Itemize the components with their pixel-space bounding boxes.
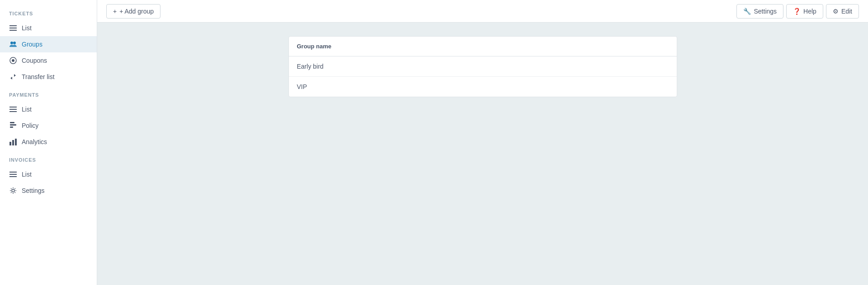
wrench-icon: 🔧 <box>743 8 751 15</box>
svg-rect-13 <box>9 142 11 145</box>
svg-rect-18 <box>9 176 17 177</box>
list-icon <box>9 24 17 32</box>
table-header: Group name <box>289 37 677 56</box>
sidebar-item-invoices-list[interactable]: List <box>0 166 97 182</box>
svg-point-3 <box>10 42 13 44</box>
sidebar-item-label-tickets-transfer-list: Transfer list <box>22 73 55 80</box>
sidebar-item-label-invoices-list: List <box>22 171 32 178</box>
edit-icon: ⚙ <box>833 8 839 15</box>
svg-rect-10 <box>10 122 14 123</box>
sidebar-item-invoices-settings[interactable]: Settings <box>0 182 97 199</box>
table-row[interactable]: Early bird <box>289 56 677 77</box>
transfer-icon <box>9 73 17 81</box>
sidebar-section-label: PAYMENTS <box>0 85 97 101</box>
svg-rect-1 <box>9 28 17 28</box>
sidebar-item-tickets-groups[interactable]: Groups <box>0 36 97 52</box>
edit-button[interactable]: ⚙ Edit <box>826 4 859 19</box>
topbar-right: 🔧 Settings ❓ Help ⚙ Edit <box>736 4 859 19</box>
sidebar-item-tickets-transfer-list[interactable]: Transfer list <box>0 69 97 85</box>
sidebar-item-label-tickets-coupons: Coupons <box>22 57 47 64</box>
svg-rect-12 <box>10 126 13 128</box>
svg-point-4 <box>13 42 16 44</box>
edit-label: Edit <box>841 8 852 15</box>
sidebar-item-payments-analytics[interactable]: Analytics <box>0 134 97 150</box>
help-icon: ❓ <box>793 8 801 15</box>
content-area: Group name Early birdVIP <box>97 23 868 285</box>
list-icon <box>9 170 17 178</box>
topbar-left: + + Add group <box>106 4 160 19</box>
sidebar-item-payments-policy[interactable]: Policy <box>0 117 97 134</box>
add-group-label: + Add group <box>119 8 154 15</box>
help-button[interactable]: ❓ Help <box>786 4 823 19</box>
svg-rect-0 <box>9 25 17 26</box>
svg-rect-11 <box>10 124 16 126</box>
svg-rect-14 <box>12 140 14 145</box>
svg-point-19 <box>12 189 14 192</box>
sidebar-item-label-invoices-settings: Settings <box>22 187 45 194</box>
groups-table-card: Group name Early birdVIP <box>288 36 677 97</box>
svg-point-6 <box>12 59 14 62</box>
groups-icon <box>9 40 17 48</box>
sidebar-item-payments-list[interactable]: List <box>0 101 97 117</box>
help-label: Help <box>803 8 816 15</box>
sidebar-item-label-payments-analytics: Analytics <box>22 138 47 145</box>
table-row[interactable]: VIP <box>289 77 677 97</box>
sidebar-item-label-tickets-groups: Groups <box>22 41 42 48</box>
settings-icon <box>9 187 17 195</box>
topbar: + + Add group 🔧 Settings ❓ Help ⚙ Edit <box>97 0 868 23</box>
svg-rect-16 <box>9 172 17 173</box>
sidebar-item-label-payments-policy: Policy <box>22 122 38 129</box>
policy-icon <box>9 121 17 130</box>
settings-button[interactable]: 🔧 Settings <box>736 4 783 19</box>
analytics-icon <box>9 138 17 146</box>
sidebar-item-tickets-list[interactable]: List <box>0 20 97 36</box>
svg-rect-2 <box>9 30 17 31</box>
coupons-icon <box>9 56 17 65</box>
sidebar-item-tickets-coupons[interactable]: Coupons <box>0 52 97 69</box>
svg-rect-15 <box>15 139 17 145</box>
settings-label: Settings <box>754 8 777 15</box>
sidebar-section-label: INVOICES <box>0 150 97 166</box>
plus-icon: + <box>113 8 117 15</box>
sidebar-section-label: TICKETS <box>0 4 97 20</box>
svg-rect-8 <box>9 109 17 110</box>
add-group-button[interactable]: + + Add group <box>106 4 160 19</box>
svg-rect-7 <box>9 107 17 107</box>
sidebar-item-label-tickets-list: List <box>22 24 32 32</box>
svg-rect-17 <box>9 174 17 175</box>
sidebar: TICKETSListGroupsCouponsTransfer listPAY… <box>0 0 97 285</box>
sidebar-item-label-payments-list: List <box>22 106 32 113</box>
list-icon <box>9 105 17 113</box>
main-content: + + Add group 🔧 Settings ❓ Help ⚙ Edit G… <box>97 0 868 285</box>
svg-rect-9 <box>9 111 17 112</box>
